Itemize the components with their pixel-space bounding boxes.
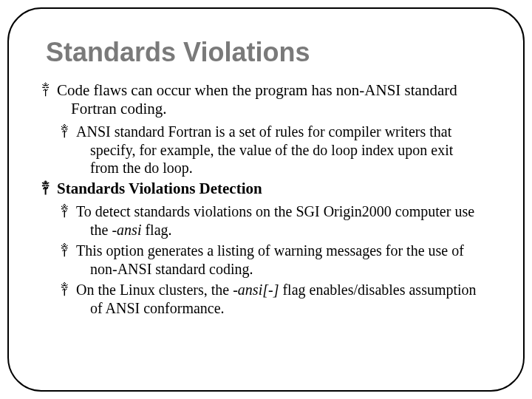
sub-bullet-item: ༒On the Linux clusters, the -ansi[-] fla… [75,281,485,317]
bullet-text: Standards Violations Detection [57,180,262,197]
bullet-text: ANSI standard Fortran is a set of rules … [76,123,453,176]
bullet-item: ༒Standards Violations Detection [56,180,485,198]
slide-content: ༒Code flaws can occur when the program h… [56,81,485,317]
sub-bullet-item: ༒ANSI standard Fortran is a set of rules… [75,123,485,177]
sub-bullet-item: ༒This option generates a listing of warn… [75,242,485,278]
bullet-text: This option generates a listing of warni… [76,242,464,277]
slide: Standards Violations ༒Code flaws can occ… [0,0,532,399]
slide-title: Standards Violations [46,37,507,68]
bullet-text: Code flaws can occur when the program ha… [57,81,457,117]
bullet-text: To detect standards violations on the SG… [76,203,474,238]
bullet-item: ༒Code flaws can occur when the program h… [56,81,485,118]
bullet-text: On the Linux clusters, the -ansi[-] flag… [76,282,477,316]
sub-bullet-item: ༒To detect standards violations on the S… [75,202,485,239]
